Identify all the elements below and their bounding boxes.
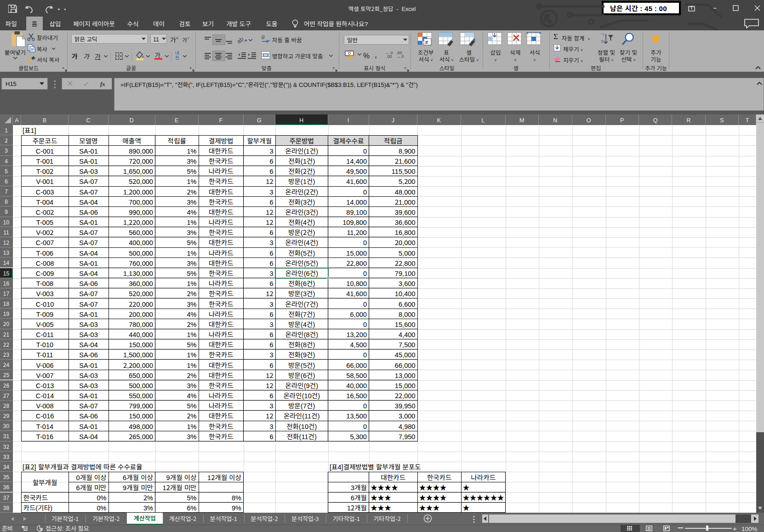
svg-text:갋: 갋 — [261, 34, 265, 40]
svg-text:ab: ab — [237, 35, 245, 45]
svg-text:→.0: →.0 — [396, 53, 404, 58]
svg-text:.00: .00 — [386, 53, 392, 58]
svg-text:fx: fx — [100, 80, 105, 87]
svg-text:≠: ≠ — [425, 38, 428, 46]
svg-text:ㅎ: ㅎ — [600, 37, 605, 45]
